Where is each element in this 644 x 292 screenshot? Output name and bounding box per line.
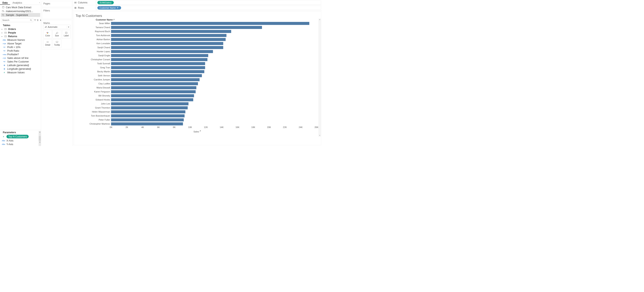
field-row[interactable]: =#Profit + 10% xyxy=(1,45,40,49)
svg-rect-7 xyxy=(37,21,38,21)
bar[interactable] xyxy=(111,58,208,61)
field-row[interactable]: ⊕Longitude (generated) xyxy=(1,67,40,71)
columns-pill[interactable]: SUM(Sales) xyxy=(98,1,114,4)
bar[interactable] xyxy=(111,66,205,69)
bar[interactable] xyxy=(111,26,262,29)
tab-analytics[interactable]: Analytics xyxy=(10,0,24,5)
bar[interactable] xyxy=(111,74,202,77)
filters-shelf[interactable]: Filters xyxy=(42,8,72,19)
x-axis-label[interactable]: Sales xyxy=(74,130,321,134)
field-row[interactable]: =T|FSales above ref line xyxy=(1,56,40,60)
tab-data[interactable]: Data xyxy=(0,0,10,5)
calc-type-icon: =# xyxy=(2,50,6,52)
scroll-down-icon[interactable]: ▾ xyxy=(318,135,321,137)
parameter-row[interactable]: AbcX-Axis xyxy=(0,139,41,143)
marks-tooltip-button[interactable]: Tooltip xyxy=(53,39,61,48)
bar[interactable] xyxy=(111,110,186,113)
svg-rect-9 xyxy=(38,20,38,20)
bar[interactable] xyxy=(111,70,204,73)
calc-type-icon: =# xyxy=(2,61,6,63)
search-icon xyxy=(30,19,32,21)
bar[interactable] xyxy=(111,54,208,57)
data-source-item-selected[interactable]: Sample - Superstore xyxy=(1,13,40,17)
viz-vertical-scrollbar[interactable]: ▴ ▾ xyxy=(318,18,321,137)
bar[interactable] xyxy=(111,22,310,25)
rows-shelf-drop[interactable]: Customer Name xyxy=(96,6,321,10)
viz-title[interactable]: Top N Customers xyxy=(74,11,321,18)
field-row[interactable]: =T|FAbove Target xyxy=(1,42,40,45)
x-tick-label: 20K xyxy=(267,126,271,129)
scroll-up-icon[interactable]: ▴ xyxy=(39,131,41,136)
y-category-label: Sanjit Engle xyxy=(74,54,111,58)
expand-caret-icon[interactable]: ▸ xyxy=(2,28,4,30)
bar[interactable] xyxy=(111,38,226,41)
field-label: Profit + 10% xyxy=(7,46,20,49)
table-row[interactable]: ▸ Returns xyxy=(1,34,40,38)
rows-pill[interactable]: Customer Name xyxy=(98,6,121,10)
scroll-up-icon[interactable]: ▴ xyxy=(318,18,321,21)
bar[interactable] xyxy=(111,106,188,109)
bar[interactable] xyxy=(111,42,223,45)
bar[interactable] xyxy=(111,62,205,65)
parameter-row[interactable]: AbcY-Axis xyxy=(0,143,41,146)
field-row[interactable]: =#Sales Per Customer xyxy=(1,60,40,63)
data-sources-list: Cars Mock Data Extract makeovermonday/20… xyxy=(0,5,41,17)
filter-icon[interactable] xyxy=(34,18,36,22)
bar[interactable] xyxy=(111,34,226,37)
table-row[interactable]: ▸ People xyxy=(1,31,40,34)
bar[interactable] xyxy=(111,94,194,97)
bar[interactable] xyxy=(111,30,231,33)
expand-caret-icon[interactable]: ▸ xyxy=(2,32,4,34)
bar[interactable] xyxy=(111,118,184,121)
view-toggle-icon[interactable] xyxy=(37,18,39,22)
marks-color-label: Color xyxy=(45,34,50,37)
abc-type-icon: Abc xyxy=(2,143,5,145)
bar[interactable] xyxy=(111,78,200,81)
bar[interactable] xyxy=(111,90,196,93)
table-row[interactable]: ▸ Orders xyxy=(1,27,40,31)
x-tick-label: 0K xyxy=(110,126,112,129)
columns-shelf-drop[interactable]: SUM(Sales) xyxy=(96,0,321,5)
field-row[interactable]: =#Profit Ratio xyxy=(1,49,40,53)
svg-rect-40 xyxy=(74,2,75,3)
marks-card: Marks Automatic ▾ Color Size xyxy=(42,20,72,49)
parameter-pill[interactable]: Top N Customers xyxy=(6,135,29,139)
marks-size-button[interactable]: Size xyxy=(53,30,61,39)
search-input-box[interactable] xyxy=(1,18,33,22)
bar[interactable] xyxy=(111,102,188,105)
field-row[interactable]: AbcMeasure Names xyxy=(1,38,40,42)
y-category-label: Raymond Buch xyxy=(74,29,111,33)
field-row[interactable]: ⊕Latitude (generated) xyxy=(1,63,40,67)
bar[interactable] xyxy=(111,98,193,101)
bar[interactable] xyxy=(111,114,185,117)
data-source-item[interactable]: Cars Mock Data Extract xyxy=(1,5,40,9)
rows-label-text: Rows xyxy=(78,6,84,9)
bar[interactable] xyxy=(111,82,198,85)
bar[interactable] xyxy=(111,86,196,89)
y-axis-header[interactable]: Customer Name xyxy=(94,18,321,21)
bar[interactable] xyxy=(111,46,223,49)
parameter-row[interactable]: #Top N Customers xyxy=(0,135,41,139)
expand-caret-icon[interactable]: ▸ xyxy=(2,35,4,38)
field-row[interactable]: =AbcProfitable? xyxy=(1,53,40,56)
bar[interactable] xyxy=(111,50,213,53)
scroll-down-icon[interactable]: ▾ xyxy=(39,141,41,146)
marks-color-button[interactable]: Color xyxy=(44,30,52,39)
size-icon xyxy=(56,32,58,34)
search-input[interactable] xyxy=(2,19,30,21)
table-icon xyxy=(4,28,7,30)
svg-rect-48 xyxy=(117,8,118,9)
bar[interactable] xyxy=(111,122,183,125)
marks-label-button[interactable]: T Label xyxy=(62,30,70,39)
collapse-sidebar-icon[interactable]: ‹ xyxy=(38,0,41,5)
marks-detail-button[interactable]: Detail xyxy=(44,39,52,48)
pages-shelf[interactable]: Pages xyxy=(42,1,72,7)
table-icon xyxy=(4,36,7,37)
field-row[interactable]: #Measure Values xyxy=(1,71,40,74)
marks-label: Marks xyxy=(44,22,71,24)
params-scroll[interactable]: ▴ ▾ xyxy=(39,131,41,146)
bar-mark-icon xyxy=(45,26,47,28)
mark-type-dropdown[interactable]: Automatic ▾ xyxy=(44,25,71,29)
data-source-item[interactable]: makeovermonday/2021... xyxy=(1,9,40,13)
dropdown-caret-icon[interactable]: ▾ xyxy=(67,26,69,28)
